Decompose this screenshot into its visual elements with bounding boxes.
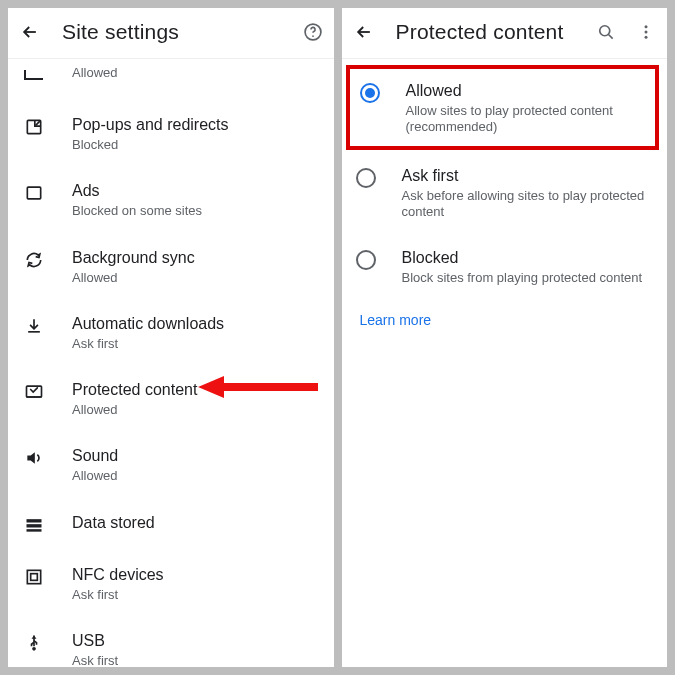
storage-icon [22, 513, 46, 537]
svg-rect-4 [28, 331, 40, 333]
annotation-arrow-icon [198, 374, 318, 400]
list-item-nfc[interactable]: NFC devices Ask first [8, 551, 334, 617]
popup-icon [22, 115, 46, 139]
svg-rect-8 [27, 524, 42, 527]
download-icon [22, 314, 46, 338]
svg-marker-6 [198, 376, 318, 398]
svg-rect-7 [27, 519, 42, 522]
svg-rect-3 [27, 187, 40, 199]
settings-list: Allowed Pop-ups and redirects Blocked Ad… [8, 59, 334, 667]
list-item-ads[interactable]: Ads Blocked on some sites [8, 167, 334, 233]
list-item-automatic-downloads[interactable]: Automatic downloads Ask first [8, 300, 334, 366]
svg-point-14 [645, 25, 648, 28]
list-item-background-sync[interactable]: Background sync Allowed [8, 234, 334, 300]
item-label: Pop-ups and redirects [72, 115, 229, 135]
svg-point-16 [645, 36, 648, 39]
radio-icon[interactable] [356, 168, 376, 188]
site-settings-screen: Site settings Allowed [8, 8, 334, 667]
option-desc: Allow sites to play protected content (r… [406, 103, 644, 136]
option-label: Allowed [406, 81, 644, 101]
learn-more-link[interactable]: Learn more [342, 300, 668, 328]
item-status: Ask first [72, 587, 164, 603]
svg-rect-10 [27, 570, 40, 583]
svg-point-1 [312, 35, 314, 37]
item-label: Ads [72, 181, 202, 201]
list-item-sound[interactable]: Sound Allowed [8, 432, 334, 498]
list-item-usb[interactable]: USB Ask first [8, 617, 334, 667]
ads-icon [22, 181, 46, 205]
item-status: Ask first [72, 336, 224, 352]
item-status: Ask first [72, 653, 118, 667]
more-icon[interactable] [635, 21, 657, 43]
svg-point-12 [32, 647, 36, 651]
javascript-icon [22, 63, 46, 87]
radio-icon[interactable] [360, 83, 380, 103]
option-ask-first[interactable]: Ask first Ask before allowing sites to p… [342, 152, 668, 235]
item-label: Data stored [72, 513, 155, 533]
item-label: USB [72, 631, 118, 651]
option-label: Ask first [402, 166, 652, 186]
svg-point-13 [600, 26, 610, 36]
appbar: Protected content [342, 8, 668, 59]
item-label: Sound [72, 446, 118, 466]
item-status: Blocked [72, 137, 229, 153]
item-status: Allowed [72, 65, 118, 81]
svg-rect-11 [31, 573, 38, 580]
list-item-popups[interactable]: Pop-ups and redirects Blocked [8, 101, 334, 167]
svg-rect-9 [27, 529, 42, 532]
page-title: Site settings [62, 20, 302, 44]
usb-icon [22, 631, 46, 655]
page-title: Protected content [396, 20, 596, 44]
sound-icon [22, 446, 46, 470]
back-icon[interactable] [20, 22, 40, 42]
back-icon[interactable] [354, 22, 374, 42]
item-label: NFC devices [72, 565, 164, 585]
item-status: Blocked on some sites [72, 203, 202, 219]
item-status: Allowed [72, 402, 197, 418]
item-status: Allowed [72, 270, 195, 286]
search-icon[interactable] [595, 21, 617, 43]
list-item-protected-content[interactable]: Protected content Allowed [8, 366, 334, 432]
item-label: Background sync [72, 248, 195, 268]
option-desc: Block sites from playing protected conte… [402, 270, 643, 286]
option-desc: Ask before allowing sites to play protec… [402, 188, 652, 221]
option-allowed[interactable]: Allowed Allow sites to play protected co… [346, 65, 660, 150]
radio-icon[interactable] [356, 250, 376, 270]
item-label: Automatic downloads [72, 314, 224, 334]
list-item-javascript[interactable]: Allowed [8, 59, 334, 101]
item-label: Protected content [72, 380, 197, 400]
protected-content-screen: Protected content Allowed Allow sites to… [342, 8, 668, 667]
protected-content-icon [22, 380, 46, 404]
options-list: Allowed Allow sites to play protected co… [342, 59, 668, 328]
option-label: Blocked [402, 248, 643, 268]
svg-point-15 [645, 31, 648, 34]
list-item-data-stored[interactable]: Data stored [8, 499, 334, 551]
appbar: Site settings [8, 8, 334, 59]
item-status: Allowed [72, 468, 118, 484]
help-icon[interactable] [302, 21, 324, 43]
option-blocked[interactable]: Blocked Block sites from playing protect… [342, 234, 668, 300]
sync-icon [22, 248, 46, 272]
nfc-icon [22, 565, 46, 589]
